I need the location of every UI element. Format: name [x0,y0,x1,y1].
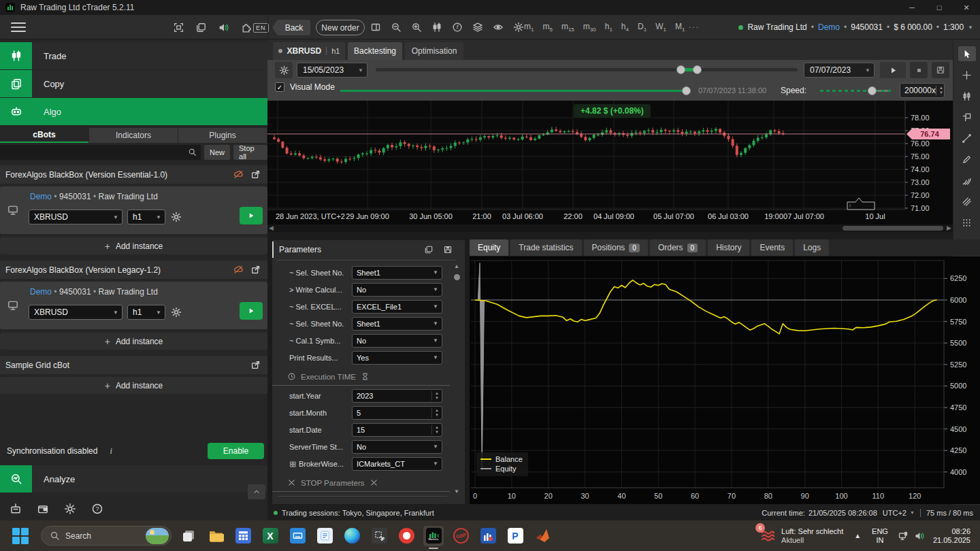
instance-settings-icon[interactable] [171,307,182,318]
price-chart[interactable]: 78.0077.0076.0075.0074.0073.0072.0071.00… [267,101,953,224]
tab-symbol-chart[interactable]: XBRUSD h1 [273,42,345,60]
tab-optimisation[interactable]: Optimisation [405,42,463,60]
cloud-disabled-icon[interactable] [233,169,244,180]
taskbar-app-snipping-tool[interactable] [369,526,389,546]
volume-icon[interactable] [914,531,925,541]
taskbar-app-red-app[interactable] [396,526,416,546]
range-end-handle[interactable] [693,65,702,74]
tray-chevron-up-icon[interactable]: ▲ [854,532,861,539]
back-button[interactable]: Back [272,20,310,35]
parameter-dropdown[interactable]: EXCEL_File1▼ [352,300,442,314]
taskbar-app-stamp-app[interactable]: GBP [451,526,471,546]
date-range-slider[interactable] [376,68,798,71]
save-parameters-icon[interactable] [443,245,453,254]
cbot-header[interactable]: ForexAlgos BlackBox (Version Essential-1… [0,165,267,184]
parameter-dropdown[interactable]: Sheet1▼ [352,317,442,331]
parameter-stepper[interactable]: 2023▲▼ [352,389,442,403]
parameter-dropdown[interactable]: Sheet1▼ [352,266,442,280]
taskbar-app-ime[interactable] [287,526,308,546]
crosshair-icon[interactable] [958,67,976,82]
tab-trade-statistics[interactable]: Trade statistics [510,239,581,256]
tab-positions[interactable]: Positions0 [584,239,648,256]
scroll-up-icon[interactable]: ▲ [454,263,459,269]
sidebar-item-analyze[interactable]: Analyze [0,465,267,492]
account-selector[interactable]: Raw Trading Ltd• Demo• 9450031• $ 6 000.… [738,15,973,39]
timeframe-m15[interactable]: m15 [561,22,574,33]
cbot-header[interactable]: Sample Grid cBot [0,356,267,374]
weather-status[interactable]: Luft: Sehr schlecht Aktuell [781,527,843,545]
minimize-button[interactable]: ─ [898,0,926,15]
tab-backtesting[interactable]: Backtesting [348,42,402,60]
equity-chart[interactable]: 0102030405060708090100110120625060005750… [470,256,980,504]
end-date-picker[interactable]: 07/07/2023▼ [804,63,875,78]
add-instance-button[interactable]: +Add instance [0,377,267,394]
start-date-picker[interactable]: 15/05/2023▼ [297,63,368,78]
settings-icon[interactable] [64,503,76,515]
box-select-icon[interactable] [958,110,976,124]
taskbar-app-file-explorer[interactable] [206,526,226,546]
zoom-in-icon[interactable] [411,22,422,33]
chart-scrollbar-thumb[interactable] [843,226,943,231]
maximize-button[interactable]: □ [926,0,953,15]
timeframe-D1[interactable]: D1 [638,22,647,33]
parameter-stepper[interactable]: 5▲▼ [352,406,442,420]
stop-all-button[interactable]: Stop all [233,145,267,160]
zoom-out-icon[interactable] [391,22,402,33]
tab-cbots[interactable]: cBots [0,128,88,143]
info-icon[interactable]: i [110,446,112,456]
visibility-icon[interactable] [493,22,504,33]
symbol-dropdown[interactable]: XBRUSD▼ [29,305,122,320]
pen-icon[interactable] [958,152,976,167]
scroll-down-icon[interactable]: ▼ [454,488,459,495]
close-button[interactable]: ✕ [953,0,980,15]
symbol-dropdown[interactable]: XBRUSD▼ [29,210,122,224]
taskbar-app-edge[interactable] [342,526,362,546]
parameter-dropdown[interactable]: ICMarkets_CT▼ [352,457,442,471]
timeframe-m30[interactable]: m30 [583,22,596,33]
timeframe-m1[interactable]: m1 [524,22,534,33]
share-icon[interactable] [250,265,261,275]
taskbar-app-matlab[interactable] [532,526,553,546]
cloud-disabled-icon[interactable] [233,265,244,275]
taskbar-app-p-app[interactable]: P [505,526,525,546]
enable-sync-button[interactable]: Enable [208,443,264,459]
help-icon[interactable]: ? [91,503,103,515]
visual-mode-checkbox[interactable]: ✓ [275,82,284,92]
new-order-button[interactable]: New order [316,20,365,35]
share-icon[interactable] [250,169,261,180]
air-quality-icon[interactable]: 6 [760,527,776,545]
playback-handle[interactable] [682,86,691,95]
language-switcher[interactable]: ENG IN [872,527,888,545]
play-backtest-button[interactable] [880,62,906,78]
taskbar-app-excel[interactable]: X [260,526,280,546]
sidebar-item-algo[interactable]: Algo [0,98,267,125]
stop-backtest-button[interactable] [910,62,928,78]
parameter-stepper[interactable]: 15▲▼ [352,423,442,437]
trendline-icon[interactable] [958,131,976,146]
parameter-dropdown[interactable]: No▼ [352,283,442,297]
add-instance-button[interactable]: +Add instance [0,237,267,254]
tab-logs[interactable]: Logs [795,239,829,256]
scrollbar-thumb[interactable] [454,274,460,280]
pattern-icon[interactable] [958,215,976,230]
windows-icon[interactable] [195,22,207,33]
menu-icon[interactable] [11,22,26,32]
taskbar-app-ic-markets-ctrader[interactable]: CMarkets [423,526,444,546]
instance-settings-icon[interactable] [171,212,182,222]
timeframe-h1[interactable]: h1 [605,22,612,33]
timeframe-h4[interactable]: h4 [621,22,629,33]
taskbar-app-calculator[interactable] [233,526,253,546]
tab-events[interactable]: Events [751,239,793,256]
clock[interactable]: 08:26 21.05.2025 [933,527,970,545]
timeframe-m5[interactable]: m5 [542,22,552,33]
tab-indicators[interactable]: Indicators [89,128,178,143]
sound-icon[interactable] [218,22,229,33]
wallet-icon[interactable] [37,503,49,515]
compact-view-icon[interactable] [424,245,434,254]
chart-settings-icon[interactable] [513,22,524,33]
chart-scrollbar[interactable]: ◀ ▶ [267,224,953,232]
timezone[interactable]: UTC+2 [883,509,906,517]
speed-value-stepper[interactable]: 200000x ▲▼ [900,83,945,98]
cbot-header[interactable]: ForexAlgos BlackBox (Version Legacy-1.2) [0,261,267,279]
timeframe-dropdown[interactable]: h1▼ [127,305,165,320]
